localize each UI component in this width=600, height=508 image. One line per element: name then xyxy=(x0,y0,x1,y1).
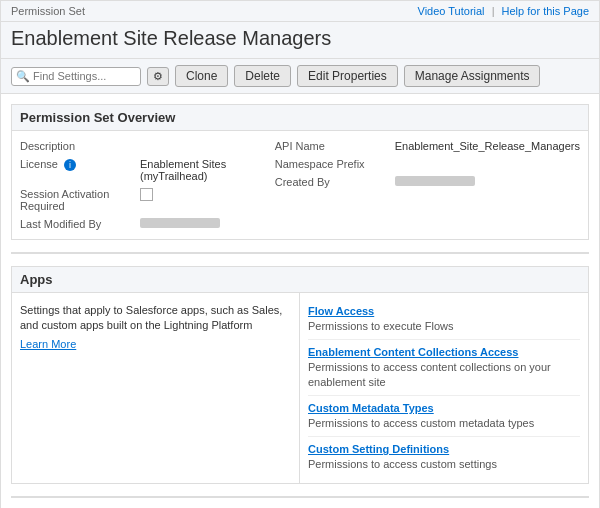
apps-section: Apps Settings that apply to Salesforce a… xyxy=(11,266,589,484)
flow-access-link[interactable]: Flow Access xyxy=(308,305,580,317)
flow-access-desc: Permissions to execute Flows xyxy=(308,320,454,332)
apps-learn-more[interactable]: Learn More xyxy=(20,338,76,350)
toolbar: 🔍 ⚙ Clone Delete Edit Properties Manage … xyxy=(1,59,599,94)
help-link[interactable]: Help for this Page xyxy=(502,5,589,17)
last-modified-blurred xyxy=(140,218,220,228)
apps-section-header: Apps xyxy=(12,267,588,293)
overview-section: Permission Set Overview Description Lice… xyxy=(11,104,589,240)
section-divider-apps xyxy=(11,252,589,254)
apps-col-right: Flow Access Permissions to execute Flows… xyxy=(300,293,588,483)
clone-button[interactable]: Clone xyxy=(175,65,228,87)
info-icon[interactable]: i xyxy=(64,159,76,171)
metadata-types-desc: Permissions to access custom metadata ty… xyxy=(308,417,534,429)
page-title-section: Enablement Site Release Managers xyxy=(1,22,599,59)
settings-button[interactable]: ⚙ xyxy=(147,67,169,86)
overview-row-namespace: Namespace Prefix xyxy=(275,155,580,173)
session-checkbox[interactable] xyxy=(140,188,153,201)
api-name-value: Enablement_Site_Release_Managers xyxy=(395,140,580,152)
overview-left: Description License i Enablement Sites (… xyxy=(20,137,275,233)
overview-row-description: Description xyxy=(20,137,275,155)
overview-body: Description License i Enablement Sites (… xyxy=(12,131,588,239)
apps-section-body: Settings that apply to Salesforce apps, … xyxy=(12,293,588,483)
permission-content-collections: Enablement Content Collections Access Pe… xyxy=(308,340,580,396)
edit-properties-button[interactable]: Edit Properties xyxy=(297,65,398,87)
help-links: Video Tutorial | Help for this Page xyxy=(418,5,590,17)
page-title: Enablement Site Release Managers xyxy=(11,26,589,50)
video-tutorial-link[interactable]: Video Tutorial xyxy=(418,5,485,17)
manage-assignments-button[interactable]: Manage Assignments xyxy=(404,65,541,87)
section-divider-system xyxy=(11,496,589,498)
search-icon: 🔍 xyxy=(16,70,30,83)
metadata-types-link[interactable]: Custom Metadata Types xyxy=(308,402,580,414)
search-input[interactable] xyxy=(33,70,133,82)
custom-settings-desc: Permissions to access custom settings xyxy=(308,458,497,470)
overview-grid: Description License i Enablement Sites (… xyxy=(20,137,580,233)
permission-custom-settings: Custom Setting Definitions Permissions t… xyxy=(308,437,580,477)
apps-col-left: Settings that apply to Salesforce apps, … xyxy=(12,293,300,483)
overview-row-createdby: Created By xyxy=(275,173,580,191)
overview-row-session: Session ActivationRequired xyxy=(20,185,275,215)
content-collections-desc: Permissions to access content collection… xyxy=(308,361,551,387)
permission-set-label: Permission Set xyxy=(11,5,85,17)
overview-row-apiname: API Name Enablement_Site_Release_Manager… xyxy=(275,137,580,155)
created-by-blurred xyxy=(395,176,475,186)
permission-metadata-types: Custom Metadata Types Permissions to acc… xyxy=(308,396,580,437)
main-content: Permission Set Overview Description Lice… xyxy=(1,94,599,508)
permission-flow-access: Flow Access Permissions to execute Flows xyxy=(308,299,580,340)
overview-section-header: Permission Set Overview xyxy=(12,105,588,131)
search-container[interactable]: 🔍 xyxy=(11,67,141,86)
content-collections-link[interactable]: Enablement Content Collections Access xyxy=(308,346,580,358)
apps-description: Settings that apply to Salesforce apps, … xyxy=(20,303,291,334)
overview-right: API Name Enablement_Site_Release_Manager… xyxy=(275,137,580,233)
custom-settings-link[interactable]: Custom Setting Definitions xyxy=(308,443,580,455)
delete-button[interactable]: Delete xyxy=(234,65,291,87)
top-bar: Permission Set Video Tutorial | Help for… xyxy=(1,1,599,22)
license-value: Enablement Sites (myTrailhead) xyxy=(140,158,275,182)
overview-row-modified: Last Modified By xyxy=(20,215,275,233)
overview-row-license: License i Enablement Sites (myTrailhead) xyxy=(20,155,275,185)
